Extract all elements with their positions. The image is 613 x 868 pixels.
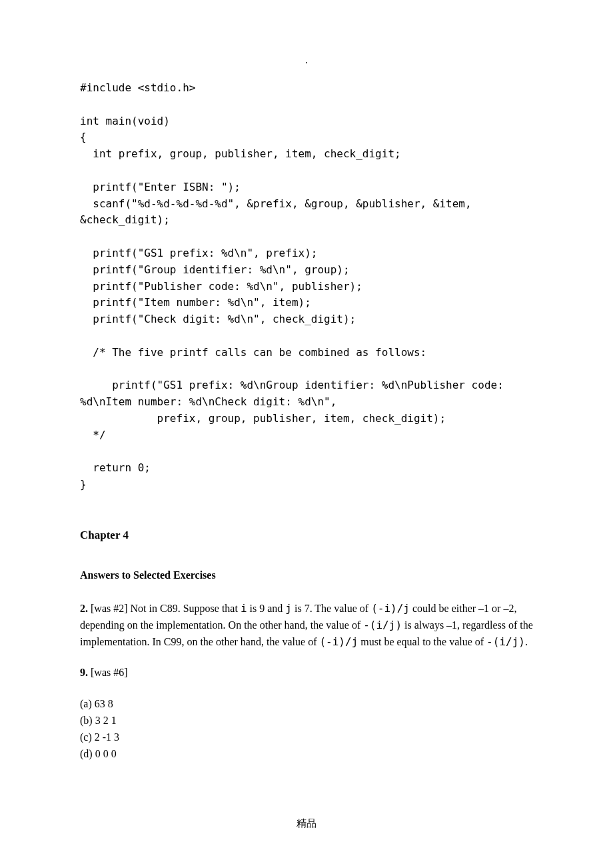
code-inline: -(i/j) xyxy=(486,635,525,648)
exercise-2-text: . xyxy=(525,636,528,647)
exercise-2-text: must be equal to the value of xyxy=(358,636,486,647)
list-item: (b) 3 2 1 xyxy=(80,713,533,729)
page-content: #include <stdio.h> int main(void) { int … xyxy=(0,0,613,762)
code-inline: (-i)/j xyxy=(319,635,358,648)
exercise-2-label: 2. xyxy=(80,603,88,614)
list-item: (a) 63 8 xyxy=(80,696,533,713)
code-inline: i xyxy=(241,602,247,615)
top-dot: ． xyxy=(0,52,613,69)
exercise-2-text: is 9 and xyxy=(247,603,286,614)
list-item: (d) 0 0 0 xyxy=(80,746,533,763)
exercise-9-label: 9. xyxy=(80,667,88,678)
footer-text: 精品 xyxy=(0,816,613,831)
code-inline: (-i)/j xyxy=(371,602,410,615)
answer-list: (a) 63 8 (b) 3 2 1 (c) 2 -1 3 (d) 0 0 0 xyxy=(80,696,533,762)
code-inline: j xyxy=(285,602,292,615)
subheading: Answers to Selected Exercises xyxy=(80,567,533,584)
chapter-heading: Chapter 4 xyxy=(80,527,533,544)
list-item: (c) 2 -1 3 xyxy=(80,729,533,746)
exercise-2: 2. [was #2] Not in C89. Suppose that i i… xyxy=(80,601,533,650)
exercise-9-tag: [was #6] xyxy=(88,667,128,678)
code-block: #include <stdio.h> int main(void) { int … xyxy=(80,80,533,493)
exercise-2-text: Not in C89. Suppose that xyxy=(131,603,241,614)
code-inline: -(i/j) xyxy=(363,619,402,631)
exercise-9: 9. [was #6] xyxy=(80,665,533,681)
exercise-2-tag: [was #2] xyxy=(88,603,131,614)
exercise-2-text: is 7. The value of xyxy=(292,603,371,614)
